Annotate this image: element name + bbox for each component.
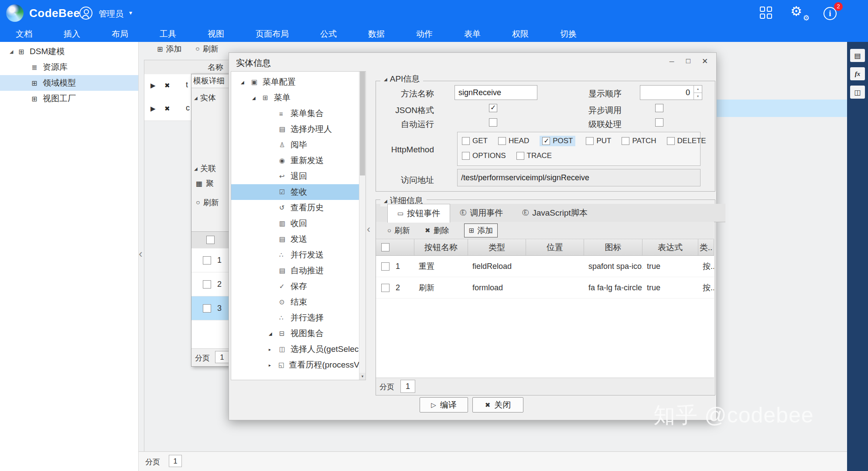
menubar-item[interactable]: 布局 <box>96 26 144 42</box>
tree-item[interactable]: ∴ 并行选择 <box>231 310 359 326</box>
sidebar-item[interactable]: ◢ ⊞ DSM建模 <box>0 44 138 59</box>
method-checkbox[interactable] <box>462 152 470 160</box>
close-button[interactable]: ✕ <box>699 55 711 67</box>
http-method-option[interactable]: DELETE <box>667 137 706 145</box>
report-panel-button[interactable]: ▤ <box>850 49 865 62</box>
row-checkbox[interactable] <box>203 280 211 289</box>
user-avatar-icon[interactable] <box>79 7 92 20</box>
refresh-button[interactable]: ○ 刷新 <box>387 225 410 236</box>
delete-icon[interactable]: ✖ <box>164 82 170 89</box>
spin-up-icon[interactable]: ▴ <box>694 86 702 93</box>
scrollbar-thumb[interactable] <box>360 72 365 175</box>
tree-item[interactable]: ↺ 查看历史 <box>231 200 359 216</box>
method-name-input[interactable]: signReceive <box>455 85 537 100</box>
expander-icon[interactable]: ◢ <box>10 49 18 55</box>
menubar-item[interactable]: 工具 <box>144 26 192 42</box>
page-number[interactable]: 1 <box>400 380 415 393</box>
expander-icon[interactable]: ▸ <box>269 347 279 352</box>
method-checkbox[interactable] <box>586 137 594 145</box>
refresh-button[interactable]: ○ 刷新 <box>195 44 219 54</box>
delete-button[interactable]: ✖ 删除 <box>425 225 449 236</box>
menubar-item[interactable]: 数据 <box>352 26 400 42</box>
formula-panel-button[interactable]: fx <box>850 67 865 80</box>
refresh-button[interactable]: ○ 刷新 <box>196 197 219 208</box>
tree-item[interactable]: ≡ 菜单集合 <box>231 106 359 121</box>
sidebar-item[interactable]: ⊞ 领域模型 <box>0 75 138 91</box>
expander-icon[interactable]: ◢ <box>269 331 279 336</box>
method-checkbox[interactable] <box>498 137 506 145</box>
table-row[interactable]: 1 重置 fieldReload spafont spa-ico... true… <box>376 256 714 277</box>
access-url-input[interactable]: /test/performserviceimpl/signReceive <box>457 169 701 186</box>
method-checkbox[interactable] <box>542 137 550 145</box>
api-info-group-title[interactable]: ◢ API信息 <box>380 73 423 85</box>
menubar-item[interactable]: 文档 <box>0 26 48 42</box>
display-order-value[interactable]: 0 <box>640 86 694 100</box>
splitter-collapse-handle[interactable]: ‹ <box>139 247 143 261</box>
maximize-button[interactable]: □ <box>682 55 694 67</box>
select-all-checkbox[interactable] <box>381 243 390 251</box>
method-checkbox[interactable] <box>462 137 470 145</box>
tree-item[interactable]: ∴ 并行发送 <box>231 247 359 263</box>
tree-item[interactable]: ◢ ⊞ 菜单 <box>231 90 359 106</box>
display-order-stepper[interactable]: 0 ▴ ▾ <box>640 85 702 100</box>
menubar-item[interactable]: 表单 <box>448 26 496 42</box>
menubar-item[interactable]: 页面布局 <box>240 26 304 42</box>
http-method-option[interactable]: OPTIONS <box>462 151 506 160</box>
select-all-checkbox[interactable] <box>206 236 215 244</box>
row-checkbox[interactable] <box>203 256 211 265</box>
tab[interactable]: Ⓔ 调用事件 <box>450 204 513 222</box>
close-dialog-button[interactable]: ✖ 关闭 <box>472 397 523 413</box>
http-method-option[interactable]: GET <box>462 137 488 145</box>
menubar-item[interactable]: 切换 <box>544 26 592 42</box>
table-row[interactable]: 2 刷新 formload fa fa-lg fa-circle... true… <box>376 277 714 299</box>
cascade-checkbox[interactable] <box>655 118 663 127</box>
sidebar-item[interactable]: ≣ 资源库 <box>0 59 138 75</box>
tree-item[interactable]: ♙ 阅毕 <box>231 137 359 153</box>
chevron-down-icon[interactable]: ▾ <box>129 9 132 16</box>
tree-item[interactable]: ◉ 重新发送 <box>231 153 359 168</box>
method-checkbox[interactable] <box>516 152 524 160</box>
minimize-button[interactable]: ─ <box>666 55 678 67</box>
async-call-checkbox[interactable] <box>655 104 663 112</box>
settings-gears-icon[interactable]: ⚙ ⚙ <box>790 3 810 23</box>
play-icon[interactable]: ▶ <box>150 105 156 113</box>
menubar-item[interactable]: 插入 <box>48 26 96 42</box>
scrollbar-down-button[interactable]: ▾ <box>359 373 366 380</box>
tree-collapse-handle[interactable]: ‹ <box>367 223 370 235</box>
tree-item[interactable]: ▸ ◫ 选择人员(getSelec <box>231 341 359 357</box>
menubar-item[interactable]: 权限 <box>496 26 544 42</box>
http-method-option[interactable]: HEAD <box>498 137 529 145</box>
spin-down-icon[interactable]: ▾ <box>694 93 702 100</box>
row-checkbox[interactable] <box>381 262 390 271</box>
row-checkbox[interactable] <box>381 284 390 292</box>
tree-item[interactable]: ▤ 选择办理人 <box>231 121 359 137</box>
add-button[interactable]: ⊞ 添加 <box>157 44 181 54</box>
http-method-option[interactable]: POST <box>540 136 575 146</box>
expander-icon[interactable]: ◢ <box>241 80 251 85</box>
tree-item[interactable]: ▤ 发送 <box>231 231 359 247</box>
tree-item[interactable]: ↩ 退回 <box>231 168 359 184</box>
tab[interactable]: Ⓔ JavaScript脚本 <box>513 204 597 222</box>
tree-item[interactable]: ▸ ◱ 查看历程(processV <box>231 357 359 373</box>
row-checkbox[interactable] <box>203 304 211 313</box>
tree-item[interactable]: ▤ 自动推进 <box>231 263 359 278</box>
expander-icon[interactable]: ◢ <box>252 96 263 100</box>
menubar-item[interactable]: 视图 <box>192 26 240 42</box>
tree-item[interactable]: ☑ 签收 <box>231 184 359 200</box>
layers-panel-button[interactable]: ◫ <box>850 86 865 99</box>
tree-item[interactable]: ✓ 保存 <box>231 278 359 294</box>
scrollbar[interactable]: ▾ <box>359 72 366 380</box>
page-number[interactable]: 1 <box>215 351 229 363</box>
page-number[interactable]: 1 <box>169 455 182 467</box>
menubar-item[interactable]: 动作 <box>400 26 448 42</box>
apps-grid-icon[interactable] <box>760 7 773 20</box>
aggregate-item[interactable]: ▦ 聚 <box>196 178 214 189</box>
tree-item[interactable]: ⊙ 结束 <box>231 294 359 310</box>
tree-item[interactable]: ◢ ⊟ 视图集合 <box>231 326 359 341</box>
tab[interactable]: ▭ 按钮事件 <box>387 204 450 223</box>
method-checkbox[interactable] <box>667 137 675 145</box>
add-button[interactable]: ⊞ 添加 <box>464 223 498 237</box>
menubar-item[interactable]: 公式 <box>304 26 352 42</box>
compile-button[interactable]: ▷ 编译 <box>420 397 468 413</box>
autorun-checkbox[interactable] <box>489 118 497 127</box>
